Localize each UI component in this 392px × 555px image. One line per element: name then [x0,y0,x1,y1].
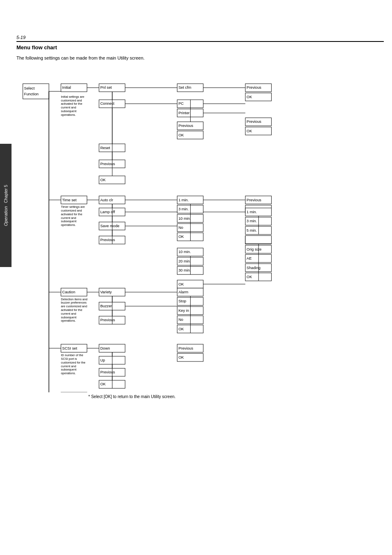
svg-text:Caution: Caution [62,290,75,294]
svg-text:Previous: Previous [178,124,193,128]
svg-text:OK: OK [247,275,252,279]
svg-text:3 min.: 3 min. [247,219,257,223]
svg-text:current and: current and [61,106,76,109]
svg-text:Lamp off: Lamp off [100,210,115,214]
svg-text:are customized and: are customized and [61,304,87,308]
svg-text:customized and: customized and [61,209,82,212]
svg-text:ID number of the: ID number of the [61,353,83,357]
svg-text:OK: OK [247,129,252,133]
svg-text:subsequent: subsequent [61,368,76,371]
svg-text:30 min.: 30 min. [178,268,191,272]
side-tab: Chapter 5 Operation [0,144,12,267]
svg-text:Previous: Previous [100,162,115,166]
svg-text:Printer: Printer [178,111,189,115]
svg-text:No: No [178,226,183,230]
svg-text:activated for the: activated for the [61,212,82,216]
svg-text:Auto clr: Auto clr [100,198,113,202]
svg-text:Function: Function [24,92,39,96]
section-title: Menu flow chart [16,44,57,51]
svg-text:customized for the: customized for the [61,361,85,364]
svg-text:subsequent: subsequent [61,315,76,319]
page-number: 5-19 [16,35,25,40]
svg-text:Up: Up [100,358,105,362]
svg-text:Previous: Previous [100,238,115,242]
svg-text:activated for the: activated for the [61,102,82,106]
svg-text:Previous: Previous [247,198,261,202]
svg-text:Previous: Previous [247,120,261,124]
chart-container: Select Function Initial Initial settings… [16,64,384,393]
svg-text:customized and: customized and [61,99,82,102]
svg-text:10 min.: 10 min. [178,216,191,221]
operation-label: Operation [3,206,8,226]
svg-text:operations.: operations. [61,113,76,117]
svg-rect-121 [245,236,271,244]
svg-text:Down: Down [100,346,110,350]
svg-text:10 min.: 10 min. [178,250,191,254]
svg-rect-0 [23,84,49,99]
svg-text:SCSI set: SCSI set [62,346,77,350]
svg-text:Reset: Reset [100,146,111,150]
svg-text:OK: OK [178,355,184,359]
svg-text:Stop: Stop [178,299,186,303]
svg-text:Pnl set: Pnl set [100,85,112,90]
svg-text:buzzer preferences: buzzer preferences [61,301,87,304]
svg-text:AE: AE [247,256,251,260]
svg-text:Previous: Previous [100,318,115,322]
svg-text:operations.: operations. [61,223,76,227]
svg-text:Alarm: Alarm [178,290,188,294]
flowchart: Select Function Initial Initial settings… [16,64,378,392]
intro-text: The following settings can be made from … [16,55,145,60]
svg-text:20 min.: 20 min. [178,259,191,263]
svg-text:subsequent: subsequent [61,109,76,113]
svg-text:current and: current and [61,216,76,220]
svg-text:Initial: Initial [62,85,71,90]
svg-text:operations.: operations. [61,319,76,322]
chapter-label: Chapter 5 [3,185,9,203]
svg-text:Detection items and: Detection items and [61,297,87,301]
footer-note: * Select [OK] to return to the main Util… [88,394,175,399]
svg-text:Set cfm: Set cfm [178,85,191,90]
svg-text:OK: OK [178,133,184,137]
svg-text:OK: OK [178,327,184,331]
svg-text:SCSI port is: SCSI port is [61,357,77,361]
svg-text:OK: OK [178,235,184,239]
svg-text:Select: Select [24,86,35,90]
svg-text:OK: OK [100,178,106,182]
svg-text:Orig size: Orig size [247,247,262,251]
svg-text:OK: OK [247,95,252,99]
svg-text:current and: current and [61,312,76,315]
svg-text:subsequent: subsequent [61,219,76,223]
svg-text:current and: current and [61,364,76,368]
top-rule [16,41,384,42]
svg-text:OK: OK [178,282,184,286]
svg-text:Variety: Variety [100,290,112,294]
svg-text:3 min.: 3 min. [178,207,189,211]
svg-text:Buzzer: Buzzer [100,304,112,308]
svg-text:No: No [178,318,183,322]
svg-text:operations.: operations. [61,371,76,375]
svg-text:Timer settings are: Timer settings are [61,205,85,209]
svg-text:1 min.: 1 min. [178,198,189,202]
svg-text:PC: PC [178,101,184,106]
svg-text:Save mode: Save mode [100,224,120,228]
svg-text:Previous: Previous [178,346,193,350]
svg-text:OK: OK [100,382,106,386]
svg-text:Time set: Time set [62,198,77,202]
svg-text:activated for the: activated for the [61,308,82,312]
svg-text:1 min.: 1 min. [247,210,257,214]
svg-text:Initial settings are: Initial settings are [61,95,84,99]
svg-text:Previous: Previous [247,85,261,90]
svg-text:Previous: Previous [100,370,115,374]
svg-text:5 min.: 5 min. [247,228,257,233]
svg-text:Key in: Key in [178,309,189,313]
